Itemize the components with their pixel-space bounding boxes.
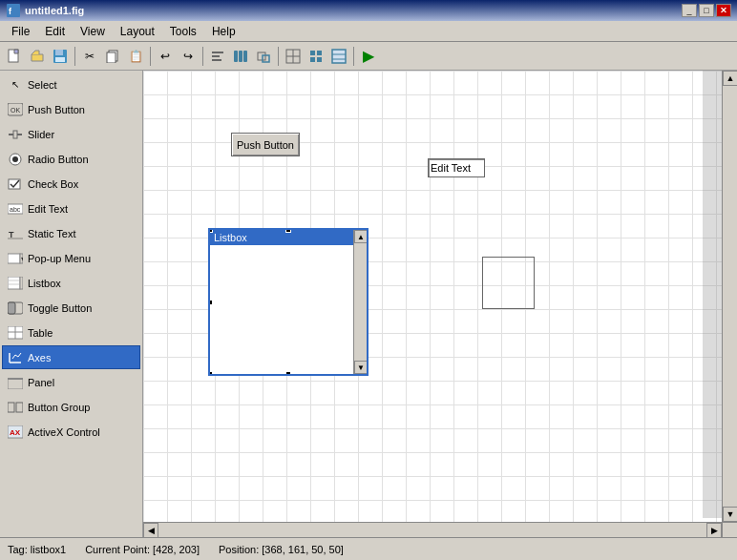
maximize-button[interactable]: □: [699, 4, 714, 17]
menu-file[interactable]: File: [4, 23, 37, 40]
menu-layout[interactable]: Layout: [113, 23, 162, 40]
svg-rect-37: [8, 254, 20, 263]
sidebar-item-check-box[interactable]: Check Box: [2, 172, 140, 196]
save-button[interactable]: [50, 46, 71, 67]
undo-button[interactable]: ↩: [155, 46, 176, 67]
scroll-left-button[interactable]: ◀: [143, 523, 158, 538]
h-scrollbar: ◀ ▶: [143, 522, 722, 537]
handle-bm[interactable]: [285, 371, 291, 376]
h-scroll-track: [158, 523, 706, 537]
sep3: [202, 47, 203, 66]
copy-button[interactable]: [102, 46, 123, 67]
menu-help[interactable]: Help: [204, 23, 243, 40]
sidebar-item-panel[interactable]: Panel: [2, 370, 140, 394]
listbox-scrollbar: ▲ ▼: [353, 230, 367, 374]
radio-button-icon: [7, 151, 24, 168]
new-button[interactable]: [4, 46, 25, 67]
position-label: Position: [368, 161, 50, 50]: [219, 544, 344, 555]
listbox-widget[interactable]: Listbox ▲ ▼: [208, 228, 368, 376]
handle-bl[interactable]: [208, 371, 213, 376]
run-button[interactable]: ▶: [358, 46, 379, 67]
handle-tm[interactable]: [285, 228, 291, 233]
table-icon: [7, 324, 24, 342]
sidebar-item-radio-button[interactable]: Radio Button: [2, 147, 140, 171]
menu-tools[interactable]: Tools: [162, 23, 204, 40]
sidebar-item-axes[interactable]: Axes: [2, 345, 140, 369]
slider-icon: [7, 126, 24, 143]
svg-rect-43: [20, 277, 23, 289]
window-controls: _ □ ✕: [682, 4, 731, 17]
svg-point-31: [12, 156, 18, 162]
grid-button1[interactable]: [283, 46, 304, 67]
arrow-icon: ↖: [7, 76, 24, 93]
svg-rect-7: [107, 52, 116, 63]
svg-rect-5: [55, 57, 65, 62]
sidebar-item-static-text[interactable]: T Static Text: [2, 221, 140, 245]
tag-label: Tag: listbox1: [8, 544, 66, 555]
v-scrollbar: ▲ ▼: [722, 71, 737, 522]
sidebar-item-push-button[interactable]: OK Push Button: [2, 97, 140, 121]
sidebar-item-pop-up-menu[interactable]: ▾ Pop-up Menu: [2, 246, 140, 270]
sep2: [150, 47, 151, 66]
svg-text:▾: ▾: [21, 255, 23, 263]
svg-rect-9: [212, 55, 220, 57]
edit-text-widget[interactable]: Edit Text: [428, 158, 485, 177]
sidebar-item-slider[interactable]: Slider: [2, 122, 140, 146]
resize-button[interactable]: [253, 46, 274, 67]
listbox-icon: [7, 275, 24, 292]
minimize-button[interactable]: _: [682, 4, 697, 17]
sep1: [74, 47, 75, 66]
sidebar-item-toggle-button[interactable]: Toggle Button: [2, 296, 140, 320]
cut-button[interactable]: ✂: [79, 46, 100, 67]
menu-edit[interactable]: Edit: [37, 23, 73, 40]
v-scroll-up-button[interactable]: ▲: [723, 71, 737, 86]
svg-rect-51: [8, 379, 23, 389]
handle-ml[interactable]: [208, 300, 213, 305]
sep5: [353, 47, 354, 66]
handle-tl[interactable]: [208, 228, 213, 233]
sidebar-item-listbox[interactable]: Listbox: [2, 271, 140, 295]
menu-view[interactable]: View: [73, 23, 113, 40]
scroll-down-arrow[interactable]: ▼: [354, 361, 368, 374]
button-group-icon: [7, 399, 24, 416]
v-scroll-down-button[interactable]: ▼: [723, 507, 737, 522]
open-button[interactable]: [27, 46, 48, 67]
svg-rect-10: [212, 59, 221, 61]
svg-rect-11: [234, 51, 238, 62]
svg-rect-12: [239, 51, 242, 62]
static-text-icon: T: [7, 225, 24, 242]
sidebar-item-button-group[interactable]: Button Group: [2, 395, 140, 419]
svg-text:abc: abc: [10, 206, 21, 213]
redo-button[interactable]: ↪: [178, 46, 199, 67]
svg-rect-40: [8, 277, 20, 289]
paste-button[interactable]: 📋: [125, 46, 146, 67]
svg-rect-8: [212, 52, 223, 53]
sidebar-item-select[interactable]: ↖ Select: [2, 73, 140, 96]
sidebar-item-activex-control[interactable]: AX ActiveX Control: [2, 420, 140, 444]
svg-rect-45: [8, 302, 15, 314]
svg-rect-23: [332, 50, 346, 63]
align-button[interactable]: [207, 46, 228, 67]
activex-icon: AX: [7, 424, 24, 441]
sep4: [278, 47, 279, 66]
axes-icon: [7, 349, 24, 366]
canvas-right-shadow: [703, 71, 722, 518]
grid-button2[interactable]: [305, 46, 326, 67]
popup-menu-icon: ▾: [7, 250, 24, 267]
distribute-button[interactable]: [230, 46, 251, 67]
grid-button3[interactable]: [328, 46, 349, 67]
sidebar: ↖ Select OK Push Button Slider Radio But…: [0, 71, 143, 537]
scroll-up-arrow[interactable]: ▲: [354, 230, 368, 243]
sidebar-item-table[interactable]: Table: [2, 321, 140, 344]
toggle-button-icon: [7, 300, 24, 317]
scroll-right-button[interactable]: ▶: [706, 523, 722, 538]
panel-icon: [7, 374, 24, 391]
svg-rect-22: [317, 57, 322, 62]
sidebar-item-edit-text[interactable]: abc Edit Text: [2, 197, 140, 220]
push-button-widget[interactable]: Push Button: [231, 133, 300, 156]
axes-widget[interactable]: [482, 257, 535, 309]
app-icon: f: [6, 3, 21, 18]
close-button[interactable]: ✕: [716, 4, 731, 17]
push-button-icon: OK: [7, 101, 24, 118]
svg-rect-21: [310, 57, 315, 62]
